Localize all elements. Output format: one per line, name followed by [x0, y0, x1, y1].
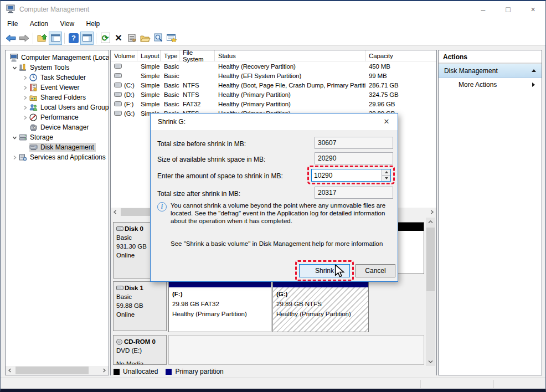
delete-icon[interactable]: ✕ [112, 32, 125, 45]
column-header-volume[interactable]: Volume [111, 50, 137, 61]
spinner-buttons [382, 169, 390, 181]
column-header-capacity[interactable]: Capacity [365, 50, 436, 61]
spin-down-icon[interactable] [382, 176, 390, 181]
total-before-value: 30607 [315, 137, 393, 149]
toolbar-separator [33, 33, 33, 44]
tree-item-storage[interactable]: Storage [6, 132, 109, 142]
partition-f-region[interactable]: (F:) 29.98 GB FAT32 Healthy (Primary Par… [168, 281, 271, 332]
toolbar-separator [64, 33, 65, 44]
forward-icon[interactable] [17, 32, 30, 45]
more-actions-item[interactable]: More Actions [439, 78, 542, 91]
chevron-right-icon[interactable] [10, 155, 19, 160]
column-header-layout[interactable]: Layout [137, 50, 161, 61]
open-folder-icon[interactable] [138, 32, 152, 45]
maximize-button[interactable]: □ [496, 1, 521, 18]
volume-row[interactable]: (C:) Simple Basic NTFS Healthy (Boot, Pa… [111, 80, 436, 90]
volume-row[interactable]: (F:) Simple Basic FAT32 Healthy (Primary… [111, 99, 436, 109]
tree-item-task-scheduler[interactable]: Task Scheduler [6, 73, 109, 82]
chevron-right-icon[interactable] [20, 75, 29, 80]
chevron-down-icon[interactable] [10, 65, 19, 70]
shrink-amount-spinner[interactable] [311, 169, 391, 182]
info-icon: i [157, 202, 167, 212]
scroll-down-icon[interactable] [426, 357, 435, 366]
tree-item-performance[interactable]: Performance [6, 112, 109, 122]
back-icon[interactable] [4, 32, 17, 45]
volume-list-header: Volume Layout Type File System Status Ca… [111, 50, 436, 61]
up-one-level-icon[interactable] [35, 32, 49, 45]
refresh-icon[interactable]: ⟳ [99, 32, 112, 45]
menu-file[interactable]: File [1, 18, 23, 30]
disk-view-vertical-scrollbar[interactable] [426, 218, 435, 366]
chevron-right-icon[interactable] [20, 115, 29, 120]
cdrom-label-panel[interactable]: CD-ROM 0 DVD (E:) No Media [113, 335, 167, 365]
cdrom-region[interactable] [168, 335, 424, 365]
volume-row[interactable]: (D:) Simple Basic NTFS Healthy (Primary … [111, 90, 436, 99]
field-label-total-after: Total size after shrink in MB: [157, 190, 240, 198]
scroll-right-icon[interactable] [427, 208, 436, 216]
menu-view[interactable]: View [55, 18, 79, 30]
scroll-right-icon[interactable] [100, 366, 109, 375]
primary-partition-color-bar [169, 282, 271, 287]
menu-help[interactable]: Help [81, 18, 105, 30]
tree-horizontal-scrollbar[interactable] [6, 366, 109, 375]
column-header-status[interactable]: Status [215, 50, 365, 61]
close-button[interactable]: × [521, 1, 545, 18]
scrollbar-thumb[interactable] [426, 228, 435, 291]
tree-item-shared-folders[interactable]: Shared Folders [6, 92, 109, 102]
dialog-title-bar[interactable]: Shrink G: ✕ [151, 114, 398, 130]
new-window-icon[interactable] [165, 32, 178, 45]
scroll-up-icon[interactable] [426, 218, 435, 226]
primary-partition-color-bar [273, 282, 368, 287]
toolbar-separator [96, 33, 96, 44]
tree-item-services-and-applications[interactable]: Services and Applications [6, 152, 109, 162]
volume-icon [114, 73, 122, 78]
chevron-right-icon[interactable] [20, 85, 29, 90]
volume-icon [114, 92, 122, 97]
spin-up-icon[interactable] [382, 169, 390, 176]
volume-icon [114, 82, 122, 87]
dialog-info-text: You cannot shrink a volume beyond the po… [171, 202, 393, 225]
partition-g-region[interactable]: (G:) 29.89 GB NTFS Healthy (Primary Part… [272, 281, 369, 332]
title-bar: Computer Management – □ × [1, 1, 545, 18]
show-console-tree-icon[interactable] [49, 32, 62, 45]
cancel-button[interactable]: Cancel [356, 264, 395, 277]
tree-item-system-tools[interactable]: System Tools [6, 63, 109, 73]
tree-item-event-viewer[interactable]: Event Viewer [6, 82, 109, 92]
collapse-icon[interactable] [532, 69, 536, 72]
scrollbar-thumb[interactable] [16, 367, 89, 374]
column-header-file-system[interactable]: File System [179, 50, 215, 61]
actions-disk-management-section[interactable]: Disk Management [439, 64, 542, 78]
legend-bar: Unallocated Primary partition [111, 367, 436, 376]
disk1-label-panel[interactable]: Disk 1 Basic 59.88 GB Online [113, 281, 167, 331]
shrink-amount-input[interactable] [312, 169, 382, 181]
column-header-type[interactable]: Type [161, 50, 179, 61]
properties-icon[interactable] [125, 32, 138, 45]
actions-panel: Actions Disk Management More Actions [438, 50, 542, 375]
help-icon[interactable]: ? [67, 32, 80, 45]
local-users-icon [29, 104, 39, 111]
minimize-button[interactable]: – [471, 1, 496, 18]
chevron-down-icon[interactable] [10, 135, 19, 140]
tree-item-disk-management[interactable]: Disk Management [6, 142, 109, 152]
dialog-close-icon[interactable]: ✕ [375, 114, 398, 130]
status-separator [420, 380, 421, 388]
disk-management-icon [29, 143, 39, 151]
scroll-left-icon[interactable] [111, 208, 120, 216]
show-action-pane-icon[interactable] [80, 32, 94, 45]
status-separator [493, 380, 494, 388]
primary-partition-swatch [166, 369, 172, 375]
menu-action[interactable]: Action [25, 18, 53, 30]
field-label-available-space: Size of available shrink space in MB: [157, 156, 265, 163]
mouse-cursor [334, 265, 346, 278]
volume-row[interactable]: Simple Basic Healthy (Recovery Partition… [111, 61, 436, 71]
submenu-arrow-icon [532, 82, 535, 87]
tree-item-device-manager[interactable]: Device Manager [6, 122, 109, 132]
shared-folders-icon [29, 94, 39, 101]
chevron-right-icon[interactable] [20, 105, 29, 110]
search-icon[interactable] [152, 32, 165, 45]
scroll-left-icon[interactable] [6, 366, 14, 375]
tree-item-local-users-and-groups[interactable]: Local Users and Groups [6, 102, 109, 112]
volume-row[interactable]: Simple Basic Healthy (EFI System Partiti… [111, 71, 436, 80]
tree-item-computer-management[interactable]: Computer Management (Local [6, 53, 109, 63]
chevron-right-icon[interactable] [20, 95, 29, 100]
